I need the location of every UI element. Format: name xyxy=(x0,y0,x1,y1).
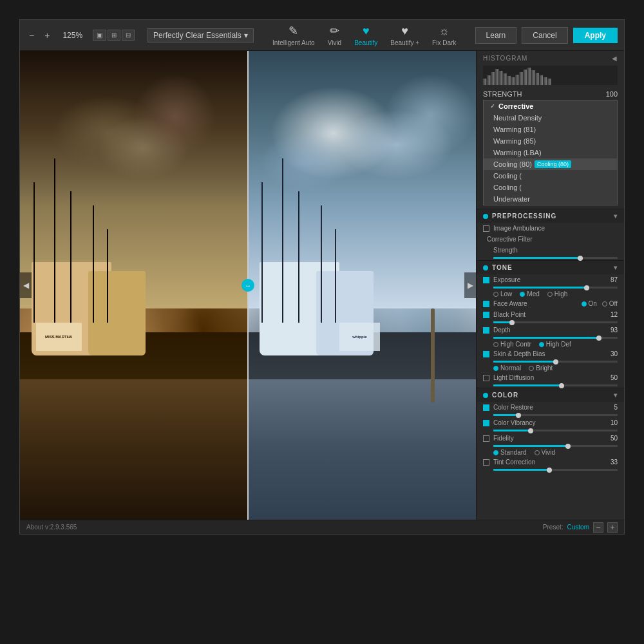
corrective-filter-dropdown[interactable]: ✓ Corrective Neutral Density Warming (81… xyxy=(483,100,618,205)
face-aware-on-option[interactable]: On xyxy=(582,300,597,307)
version-text: About v:2.9.3.565 xyxy=(26,524,77,531)
depth-checkbox[interactable] xyxy=(483,327,489,334)
light-diffusion-value: 50 xyxy=(605,374,618,381)
black-point-thumb[interactable] xyxy=(509,320,515,325)
fidelity-checkbox[interactable] xyxy=(483,435,489,442)
exposure-high-option[interactable]: High xyxy=(547,290,568,298)
strength-slider-label: Strength xyxy=(493,247,618,254)
skin-depth-bias-slider[interactable] xyxy=(477,359,624,364)
fidelity-vivid-option[interactable]: Vivid xyxy=(535,449,556,456)
dropdown-item-underwater[interactable]: Underwater xyxy=(484,193,617,205)
tint-correction-slider[interactable] xyxy=(477,468,624,472)
black-point-slider[interactable] xyxy=(477,320,624,325)
dropdown-item-warming-lba[interactable]: Warming (LBA) xyxy=(484,147,617,158)
strength-thumb[interactable] xyxy=(578,256,583,261)
tool-beautify-plus[interactable]: ♥ Beautify + xyxy=(390,24,419,46)
preprocessing-expand-icon[interactable]: ▾ xyxy=(614,213,618,220)
skin-depth-bias-thumb[interactable] xyxy=(553,359,558,365)
view-split-button[interactable]: ⊞ xyxy=(108,30,120,41)
exposure-track xyxy=(493,287,618,289)
exposure-med-option[interactable]: Med xyxy=(520,290,539,298)
color-vibrancy-label: Color Vibrancy xyxy=(493,419,601,426)
view-single-button[interactable]: ▣ xyxy=(93,30,106,41)
tool-intelligent-auto[interactable]: ✎ Intelligent Auto xyxy=(272,24,315,46)
exposure-thumb[interactable] xyxy=(584,285,589,290)
tool-fix-dark-label: Fix Dark xyxy=(432,39,456,46)
zoom-out-button[interactable]: − xyxy=(26,29,37,42)
preset-add-button[interactable]: + xyxy=(607,522,618,533)
exposure-low-option[interactable]: Low xyxy=(493,290,512,298)
image-before: MISS MARTHA xyxy=(20,51,248,520)
color-expand-icon[interactable]: ▾ xyxy=(614,392,618,399)
exposure-checkbox[interactable] xyxy=(483,277,489,283)
face-aware-off-option[interactable]: Off xyxy=(602,300,618,307)
svg-rect-12 xyxy=(531,70,535,85)
skin-depth-bias-checkbox[interactable] xyxy=(483,351,489,357)
depth-slider[interactable] xyxy=(477,336,624,340)
preset-status-value: Custom xyxy=(567,524,589,531)
color-vibrancy-value: 10 xyxy=(605,419,618,426)
depth-label: Depth xyxy=(493,327,601,334)
light-diffusion-row: Light Diffusion 50 xyxy=(477,372,624,383)
strength-slider[interactable] xyxy=(477,256,624,260)
split-handle[interactable]: ↔ xyxy=(242,279,254,292)
skin-depth-bias-row: Skin & Depth Bias 30 xyxy=(477,348,624,359)
toolbar: − + 125% ▣ ⊞ ⊟ Perfectly Clear Essential… xyxy=(20,20,624,51)
vivid-icon: ✏ xyxy=(330,24,339,38)
color-restore-slider[interactable] xyxy=(477,413,624,417)
dropdown-item-cooling-2[interactable]: Cooling ( xyxy=(484,170,617,182)
depth-high-def-option[interactable]: High Def xyxy=(539,341,571,348)
tone-expand-icon[interactable]: ▾ xyxy=(614,264,618,271)
light-diffusion-slider[interactable] xyxy=(477,383,624,388)
left-expand-arrow[interactable]: ◀ xyxy=(20,272,32,298)
dropdown-item-corrective[interactable]: ✓ Corrective xyxy=(484,100,617,112)
tint-correction-thumb[interactable] xyxy=(547,468,552,473)
tool-vivid[interactable]: ✏ Vivid xyxy=(328,24,342,46)
dropdown-item-cooling-80[interactable]: Cooling (80) Cooling (80) xyxy=(484,158,617,170)
dropdown-item-cooling-3[interactable]: Cooling ( xyxy=(484,182,617,193)
light-diffusion-fill xyxy=(493,384,562,386)
dropdown-menu: ✓ Corrective Neutral Density Warming (81… xyxy=(483,100,618,205)
fidelity-slider[interactable] xyxy=(477,444,624,448)
depth-high-contr-option[interactable]: High Contr xyxy=(493,341,531,348)
exposure-fill xyxy=(493,287,587,289)
strength-slider-row: Strength xyxy=(477,245,624,256)
tool-beautify[interactable]: ♥ Beautify xyxy=(354,24,377,46)
tint-correction-checkbox[interactable] xyxy=(483,459,489,466)
fidelity-thumb[interactable] xyxy=(565,444,571,449)
light-diffusion-thumb[interactable] xyxy=(559,383,564,388)
histogram-collapse-icon[interactable]: ◀ xyxy=(612,55,618,62)
intelligent-auto-icon: ✎ xyxy=(289,24,298,38)
preset-remove-button[interactable]: − xyxy=(593,522,603,533)
learn-button[interactable]: Learn xyxy=(475,27,517,44)
exposure-slider[interactable] xyxy=(477,285,624,290)
dropdown-item-neutral-density[interactable]: Neutral Density xyxy=(484,112,617,124)
color-restore-thumb[interactable] xyxy=(516,413,521,418)
cancel-button[interactable]: Cancel xyxy=(522,27,567,44)
depth-thumb[interactable] xyxy=(596,336,601,341)
svg-rect-10 xyxy=(524,70,527,85)
tool-fix-dark[interactable]: ☼ Fix Dark xyxy=(432,24,456,46)
black-point-checkbox[interactable] xyxy=(483,312,489,318)
skin-depth-bias-fill xyxy=(493,361,556,363)
color-vibrancy-checkbox[interactable] xyxy=(483,420,489,426)
tone-label: TONE xyxy=(492,264,614,271)
skin-normal-option[interactable]: Normal xyxy=(493,365,521,372)
color-vibrancy-thumb[interactable] xyxy=(528,428,533,433)
light-diffusion-checkbox[interactable] xyxy=(483,375,489,381)
dropdown-item-warming-85[interactable]: Warming (85) xyxy=(484,135,617,147)
dropdown-item-warming-81[interactable]: Warming (81) xyxy=(484,124,617,135)
apply-button[interactable]: Apply xyxy=(573,28,618,43)
view-compare-button[interactable]: ⊟ xyxy=(122,30,135,41)
image-ambulance-checkbox[interactable] xyxy=(483,225,489,232)
right-expand-arrow[interactable]: ▶ xyxy=(464,272,476,298)
color-vibrancy-slider[interactable] xyxy=(477,428,624,433)
zoom-in-button[interactable]: + xyxy=(42,29,52,42)
depth-high-contr-radio xyxy=(493,342,498,347)
face-aware-checkbox[interactable] xyxy=(483,301,489,307)
fidelity-standard-option[interactable]: Standard xyxy=(493,449,527,456)
skin-bright-option[interactable]: Bright xyxy=(529,365,553,372)
preset-dropdown[interactable]: Perfectly Clear Essentials ▾ xyxy=(147,28,254,43)
exposure-med-radio xyxy=(520,292,525,297)
color-restore-checkbox[interactable] xyxy=(483,404,489,411)
